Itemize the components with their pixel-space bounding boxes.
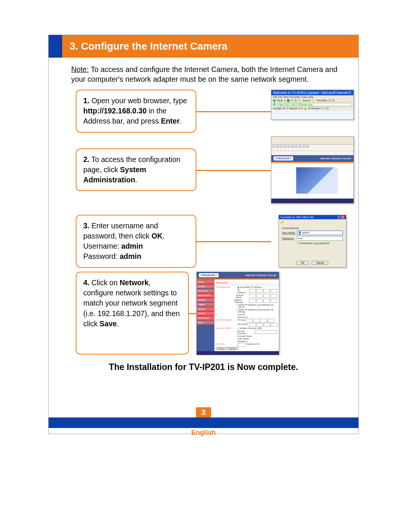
screenshot-network-settings: TRENDNET Internet Camera Server Home Sys…: [196, 272, 279, 355]
title-accent: [49, 35, 62, 58]
net-cancel: Cancel: [226, 347, 238, 350]
brand-bar: TRENDNET Internet Camera Server: [197, 272, 279, 278]
section-heading: 3. Configure the Internet Camera: [62, 35, 358, 58]
login-keys-icon: 🔑: [279, 219, 346, 225]
manual-page: 3. Configure the Internet Camera Note: T…: [48, 35, 359, 434]
net-body: Home System Date/Time Video/Audio Networ…: [197, 280, 279, 351]
ie-title: Welcome to TV-IP201 Camera - Microsoft I…: [271, 90, 353, 95]
login-win-buttons: ?×: [337, 216, 344, 219]
s2-win-top: [271, 137, 353, 145]
ie-e-icon: 🌐: [273, 103, 276, 106]
step-row-1: 1. Open your web browser, type http://19…: [76, 90, 354, 133]
trendnet-logo: TRENDNET: [199, 273, 219, 277]
step-2-box: 2. To access the configuration page, cli…: [76, 148, 196, 191]
net-header: Network: [216, 281, 277, 285]
net-main: Network IP Assignment ◉ Use Static IP ad…: [214, 280, 279, 351]
cam-body: [271, 163, 353, 199]
connector: [189, 272, 196, 355]
step-3-box: 3. Enter username and password, then cli…: [76, 215, 196, 268]
brand-bar: TRENDNET Internet Camera Server: [271, 155, 353, 162]
note-label: Note:: [71, 65, 89, 73]
net-footer: [197, 351, 279, 355]
ie-toolbar: Back ▾ ⟳ 🏠 🔍 Search ⭐ Favorites 🚫 ✉: [271, 99, 353, 102]
footer-language: English: [49, 428, 358, 437]
close-icon: ×: [341, 216, 344, 219]
login-remember: ☐ Remember my password: [297, 242, 343, 245]
step-1-box: 1. Open your web browser, type http://19…: [76, 90, 196, 133]
brand-right: Internet Camera Server: [245, 274, 277, 277]
cam-right: [280, 163, 353, 199]
screenshot-camera-home: TRENDNET Internet Camera Server: [271, 136, 354, 203]
s2-toolbar2: [271, 151, 353, 155]
ie-google-toolbar: Google ▾ ▾ G Search ▾ ⊘ 🔒 43 blocked 🔧 C…: [271, 107, 353, 110]
login-body: CameraServer User name:👤 admin Password:…: [279, 225, 346, 258]
brand-right: Internet Camera Server: [320, 157, 351, 160]
ie-url: http://192.168.0.30/index.asp: [277, 103, 352, 106]
s2-toolbar: [271, 145, 353, 151]
page-number: 3: [196, 407, 211, 417]
step-row-2: 2. To access the configuration page, cli…: [76, 136, 354, 203]
stop-icon: [287, 99, 290, 102]
connector: [196, 90, 271, 133]
net-side-menu: Home System Date/Time Video/Audio Networ…: [197, 280, 214, 351]
completion-message: The Installation for TV-IP201 is Now com…: [49, 362, 358, 372]
net-save: Save: [216, 347, 226, 350]
connector: [196, 136, 271, 203]
login-ok: OK: [297, 261, 309, 265]
page-footer: 3 English: [49, 407, 358, 437]
step-row-3: 3. Enter username and password, then cli…: [76, 215, 354, 268]
help-icon: ?: [337, 216, 341, 219]
cam-left: [271, 163, 280, 199]
section-title-bar: 3. Configure the Internet Camera: [49, 35, 358, 58]
ie-menu: File Edit View Favorites Tools Help: [271, 95, 353, 99]
step-4-box: 4. Click on Network, configure network s…: [76, 272, 189, 355]
login-titlebar: Connect to 192.168.0.30 ?×: [279, 215, 346, 219]
step-1-num: 1.: [83, 96, 89, 105]
login-pass: •••••: [297, 236, 343, 241]
connector: [196, 215, 271, 268]
step-row-4: 4. Click on Network, configure network s…: [76, 272, 354, 355]
footer-bluebar: [49, 417, 358, 428]
login-user: 👤 admin: [297, 231, 343, 235]
s2-footer: [271, 199, 353, 203]
login-server: CameraServer: [282, 227, 343, 229]
login-cancel: Cancel: [312, 261, 328, 265]
camera-preview: [296, 167, 338, 194]
note-text: To access and configure the Internet Cam…: [71, 65, 337, 83]
screenshot-ie-addressbar: Welcome to TV-IP201 Camera - Microsoft I…: [271, 90, 354, 120]
screenshot-login-dialog: Connect to 192.168.0.30 ?× 🔑 CameraServe…: [278, 215, 346, 268]
back-icon: [273, 99, 276, 102]
note-paragraph: Note: To access and configure the Intern…: [71, 64, 352, 84]
ie-address-row: 🌐 http://192.168.0.30/index.asp: [271, 102, 353, 107]
trendnet-logo: TRENDNET: [274, 156, 293, 161]
login-buttons: OK Cancel: [279, 258, 346, 267]
